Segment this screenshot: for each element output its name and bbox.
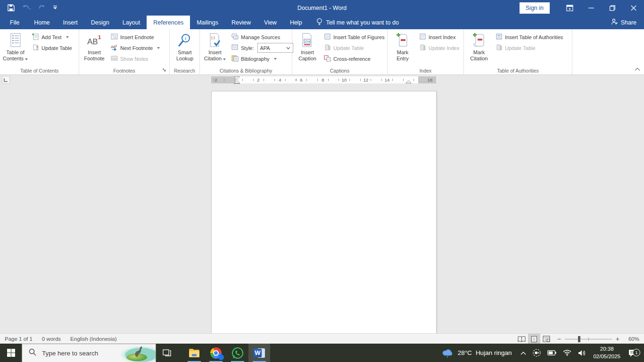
clock-widget[interactable]: 20:38 02/05/2025 (589, 346, 624, 360)
read-mode-button[interactable] (516, 334, 528, 344)
smart-lookup-button[interactable]: i Smart Lookup (171, 31, 199, 63)
weather-widget[interactable]: 28°C Hujan ringan (436, 348, 518, 358)
mark-entry-icon (396, 32, 410, 49)
button-label: Table of (6, 49, 25, 56)
document-page[interactable] (211, 91, 437, 333)
weather-temp: 28°C (458, 349, 472, 356)
sign-in-button[interactable]: Sign in (520, 2, 550, 14)
customize-qat-icon[interactable] (53, 6, 58, 10)
show-notes-button[interactable]: Show Notes (108, 54, 162, 64)
taskbar-chrome[interactable] (205, 344, 227, 362)
print-layout-button[interactable] (528, 334, 540, 344)
insert-endnote-button[interactable]: [i] Insert Endnote (108, 32, 162, 42)
group-footnotes: AB1 Insert Footnote [i] Insert Endnote A… (79, 29, 170, 74)
ribbon-display-options-icon[interactable] (559, 0, 580, 16)
manage-sources-button[interactable]: Manage Sources (229, 32, 296, 42)
show-hidden-icons-button[interactable] (517, 351, 529, 355)
search-icon (22, 348, 41, 358)
meet-now-icon[interactable] (529, 349, 544, 357)
tab-layout[interactable]: Layout (116, 16, 147, 29)
zoom-controls: − + 60% (553, 336, 644, 342)
mark-entry-button[interactable]: Mark Entry (388, 31, 417, 63)
collapse-ribbon-icon[interactable] (635, 65, 640, 73)
add-text-button[interactable]: Add Text (30, 32, 74, 42)
insert-caption-button[interactable]: Insert Caption (293, 31, 322, 63)
dropdown-caret-icon (157, 47, 160, 49)
taskbar-word[interactable]: W (248, 344, 270, 362)
svg-text:AB: AB (87, 37, 98, 46)
table-of-contents-button[interactable]: Table of Contents (1, 31, 30, 63)
zoom-out-button[interactable]: − (557, 336, 561, 342)
style-dropdown[interactable]: APA (257, 43, 293, 53)
page-indicator[interactable]: Page 1 of 1 (0, 334, 37, 344)
zoom-slider[interactable] (565, 339, 612, 339)
clock-time: 20:38 (593, 346, 620, 353)
zoom-percentage[interactable]: 60% (623, 336, 639, 342)
tab-view[interactable]: View (257, 16, 283, 29)
tab-file[interactable]: File (2, 16, 27, 29)
redo-icon[interactable] (38, 5, 45, 11)
volume-icon[interactable] (575, 350, 589, 356)
search-input[interactable] (41, 349, 114, 357)
restore-button[interactable] (602, 0, 623, 16)
ribbon-spacer (572, 29, 644, 74)
close-button[interactable] (623, 0, 644, 16)
action-center-button[interactable]: 1 (624, 349, 644, 357)
search-highlight-image[interactable] (120, 344, 156, 362)
insert-citation-button[interactable]: (-) Insert Citation (201, 31, 229, 63)
cross-reference-button[interactable]: Cross-reference (322, 54, 387, 64)
update-table-icon: ! (495, 44, 503, 52)
group-label: Citations & Bibliography (200, 68, 292, 74)
save-icon[interactable] (8, 4, 15, 11)
word-count[interactable]: 0 words (37, 334, 66, 344)
insert-table-of-authorities-button[interactable]: Insert Table of Authorities (493, 32, 565, 42)
language-indicator[interactable]: English (Indonesia) (66, 334, 121, 344)
update-table-captions-button[interactable]: ! Update Table (322, 43, 387, 53)
insert-index-icon (419, 33, 426, 41)
tab-mailings[interactable]: Mailings (190, 16, 225, 29)
button-label: Insert Table of Figures (333, 34, 385, 40)
tab-help[interactable]: Help (283, 16, 309, 29)
task-view-button[interactable] (156, 344, 178, 362)
rain-cloud-icon (442, 348, 454, 358)
tell-me-box[interactable]: Tell me what you want to do (316, 16, 399, 29)
tab-insert[interactable]: Insert (57, 16, 84, 29)
group-table-of-authorities: Mark Citation Insert Table of Authoritie… (464, 29, 572, 74)
ruler-number: 10 (342, 77, 347, 82)
web-layout-button[interactable] (540, 334, 553, 344)
tab-home[interactable]: Home (27, 16, 56, 29)
update-table-authorities-button[interactable]: ! Update Table (493, 43, 565, 53)
dropdown-caret-icon (223, 58, 226, 60)
zoom-slider-handle[interactable] (578, 336, 580, 342)
update-table-button[interactable]: ! Update Table (30, 43, 74, 53)
taskbar-search[interactable] (22, 344, 156, 362)
button-label: Add Text (41, 34, 62, 40)
mark-citation-button[interactable]: Mark Citation (465, 31, 493, 63)
insert-footnote-button[interactable]: AB1 Insert Footnote (80, 31, 108, 63)
horizontal-ruler[interactable]: 2246810121418 (0, 75, 644, 84)
next-footnote-button[interactable]: AB1 Next Footnote (108, 43, 162, 53)
first-line-indent-marker[interactable] (234, 76, 240, 80)
insert-index-button[interactable]: Insert Index (417, 32, 462, 42)
tab-references[interactable]: References (147, 16, 190, 29)
taskbar-file-explorer[interactable] (183, 344, 205, 362)
tab-review[interactable]: Review (225, 16, 257, 29)
insert-table-of-figures-button[interactable]: Insert Table of Figures (322, 32, 387, 42)
start-button[interactable] (0, 344, 22, 362)
hanging-indent-marker[interactable] (234, 80, 240, 83)
wifi-icon[interactable] (560, 350, 575, 356)
zoom-in-button[interactable]: + (616, 336, 619, 342)
tab-design[interactable]: Design (84, 16, 116, 29)
taskbar-whatsapp[interactable] (227, 344, 248, 362)
battery-icon[interactable] (544, 350, 560, 355)
button-label: Entry (396, 56, 409, 62)
undo-icon[interactable] (22, 5, 31, 11)
bibliography-button[interactable]: Bibliography (229, 54, 296, 64)
update-index-button[interactable]: ! Update Index (417, 43, 462, 53)
dropdown-caret-icon (66, 36, 69, 38)
share-button[interactable]: Share (611, 16, 636, 29)
button-label: Update Table (41, 45, 72, 51)
button-label: Mark (397, 49, 408, 56)
right-indent-marker[interactable] (405, 80, 412, 83)
minimize-button[interactable] (580, 0, 602, 16)
